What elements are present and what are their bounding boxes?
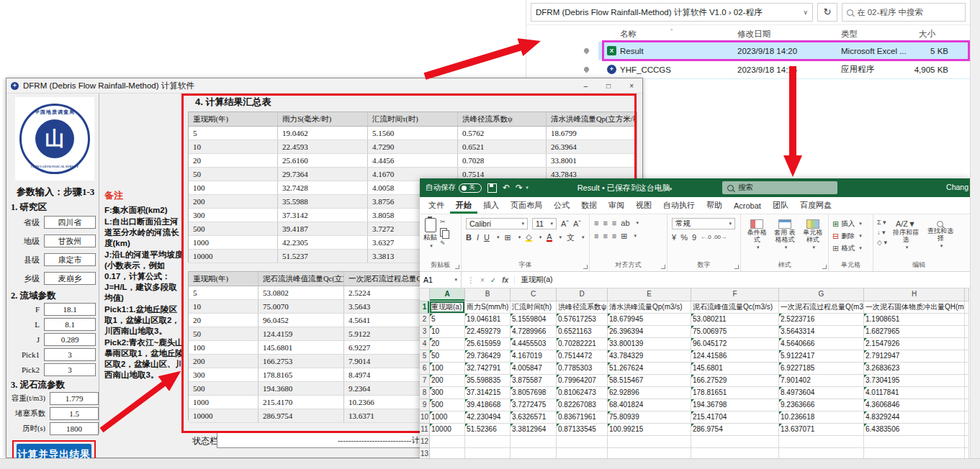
sheet-cell[interactable]: 4.3606846 — [864, 399, 965, 411]
density-field[interactable]: 1.779 — [50, 392, 99, 405]
excel-search-input[interactable]: 搜索 — [722, 181, 837, 194]
ribbon-tab[interactable]: 数据 — [575, 197, 603, 214]
row-header[interactable]: 3 — [420, 326, 430, 338]
sheet-cell[interactable]: 0.7785303 — [557, 363, 608, 375]
conditional-formatting-button[interactable]: 条件格式▾ — [745, 219, 770, 261]
sheet-cell[interactable]: 4.167019 — [511, 350, 557, 363]
sheet-cell[interactable]: 10 — [430, 326, 465, 338]
sheet-cell[interactable]: 10000 — [430, 424, 465, 436]
sheet-cell[interactable]: 75.006975 — [691, 326, 779, 338]
sheet-cell[interactable]: 3.6326571 — [511, 411, 557, 424]
blockage-field[interactable]: 1.5 — [50, 407, 99, 420]
pick2-field[interactable]: 3 — [44, 363, 96, 376]
sheet-cell[interactable]: 4.4455503 — [511, 338, 557, 350]
sheet-cell[interactable]: 3.5643314 — [779, 326, 864, 338]
cell-styles-button[interactable]: 单元格样式▾ — [800, 219, 825, 261]
sheet-cell[interactable]: 0.81062473 — [557, 387, 608, 399]
document-title[interactable]: Result • 已保存到这台电脑 ▾ — [577, 183, 673, 193]
save-icon[interactable] — [487, 183, 497, 193]
decimal-icons[interactable]: ←.0 .00→ — [701, 232, 727, 242]
orientation-icon[interactable]: ab — [621, 218, 629, 228]
ribbon-tab[interactable]: 文件 — [423, 197, 450, 214]
table-row[interactable]: 2025.61604.44560.702833.8001 — [189, 154, 637, 168]
sheet-cell[interactable]: 18.679945 — [608, 314, 691, 326]
sheet-cell[interactable]: 39.418668 — [465, 399, 511, 411]
format-cells-button[interactable]: ⊞格式▾ — [832, 243, 870, 253]
sheet-cell[interactable]: 53.080211 — [691, 314, 779, 326]
sheet-cell[interactable]: 一次泥石固体物质冲出量QH(m3) — [864, 301, 965, 314]
sheet-cell[interactable] — [430, 436, 465, 448]
currency-icon[interactable]: ¥ — [672, 232, 676, 242]
sheet-cell[interactable] — [965, 301, 969, 314]
font-size-select[interactable]: 11▾ — [532, 218, 557, 229]
sheet-cell[interactable]: 3.7304195 — [864, 375, 965, 387]
sheet-cell[interactable]: 4.7289966 — [511, 326, 557, 338]
fill-color-icon[interactable]: ◇ — [526, 233, 531, 242]
align-middle-icon[interactable]: ≡ — [603, 218, 607, 228]
sheet-cell[interactable] — [965, 326, 969, 338]
formula-content[interactable]: 重现期(a) — [515, 275, 552, 285]
row-header[interactable]: 8 — [420, 387, 430, 399]
file-row-app[interactable]: + YHF_CCCGS 2023/9/18 14:14 应用程序 4,905 K… — [598, 60, 971, 79]
sheet-cell[interactable] — [691, 436, 779, 448]
column-header-e[interactable]: E — [608, 288, 691, 301]
number-format-select[interactable]: 常规▾ — [672, 218, 735, 229]
sheet-cell[interactable]: 0.57617253 — [557, 314, 608, 326]
sheet-cell[interactable]: 124.41586 — [691, 350, 779, 363]
file-name[interactable]: Result — [620, 47, 644, 55]
align-right-icon[interactable]: ≡ — [612, 231, 616, 241]
l-field[interactable]: 8.1 — [44, 318, 96, 331]
autosum-icon[interactable]: Σ ▾ — [877, 219, 886, 226]
address-bar[interactable]: DFRM (Debris Flow Rainfall-Method) 计算软件 … — [531, 3, 813, 22]
minimize-button[interactable]: – — [584, 82, 588, 90]
close-button[interactable]: × — [629, 82, 634, 90]
ribbon-tab[interactable]: 审阅 — [603, 197, 630, 214]
sheet-cell[interactable] — [864, 436, 965, 448]
sheet-cell[interactable]: 4.8329244 — [864, 411, 965, 424]
sheet-cell[interactable] — [965, 387, 969, 399]
undo-icon[interactable]: ↶ — [503, 183, 510, 193]
sheet-cell[interactable]: 3.3812964 — [511, 424, 557, 436]
column-header-type[interactable]: 类型 — [841, 29, 858, 40]
align-left-icon[interactable]: ≡ — [594, 231, 598, 241]
autosave-toggle[interactable]: 自动保存 关 — [426, 183, 482, 193]
ribbon-tab[interactable]: 百度网盘 — [794, 197, 837, 214]
find-select-button[interactable]: 查找和选择▾ — [925, 219, 956, 261]
sheet-cell[interactable]: 0.83671961 — [557, 411, 608, 424]
chevron-down-icon[interactable]: ∨ — [803, 9, 808, 16]
percent-icon[interactable]: % — [680, 232, 688, 242]
sheet-cell[interactable]: 4.005847 — [511, 363, 557, 375]
township-field[interactable]: 麦崩乡 — [44, 272, 96, 285]
select-all-corner[interactable] — [420, 288, 430, 301]
ribbon-tab[interactable]: 团队 — [767, 197, 794, 214]
align-bottom-icon[interactable]: ≡ — [612, 218, 616, 228]
sheet-cell[interactable]: 泥石流峰值流量Qc(m3/s) — [691, 301, 779, 314]
sort-filter-button[interactable]: A/Z▼排序和筛选▾ — [890, 219, 922, 261]
sheet-cell[interactable]: 25.615959 — [465, 338, 511, 350]
sheet-cell[interactable]: 22.459279 — [465, 326, 511, 338]
sheet-cell[interactable]: 43.784329 — [608, 350, 691, 363]
table-row[interactable]: 1022.45934.72900.652126.3964 — [189, 140, 637, 154]
sheet-cell[interactable] — [965, 363, 969, 375]
ribbon-tab[interactable]: 开始 — [450, 197, 477, 214]
sheet-cell[interactable]: 42.230494 — [465, 411, 511, 424]
sheet-cell[interactable] — [965, 338, 969, 350]
column-header-f[interactable]: F — [691, 288, 779, 301]
sheet-cell[interactable]: 35.598835 — [465, 375, 511, 387]
align-center-icon[interactable]: ≡ — [603, 231, 607, 241]
sheet-cell[interactable]: 178.81651 — [691, 387, 779, 399]
row-header[interactable]: 6 — [420, 363, 430, 375]
row-header[interactable]: 5 — [420, 350, 430, 363]
sheet-cell[interactable]: 3.8057698 — [511, 387, 557, 399]
sheet-cell[interactable]: 215.41704 — [691, 411, 779, 424]
sheet-cell[interactable]: 2.1547926 — [864, 338, 965, 350]
sheet-cell[interactable]: 5.1559804 — [511, 314, 557, 326]
file-row-result[interactable]: X Result 2023/9/18 14:20 Microsoft Excel… — [598, 42, 971, 60]
delete-cells-button[interactable]: ⊟删除▾ — [832, 231, 870, 241]
ribbon-tab[interactable]: 页面布局 — [505, 197, 548, 214]
prefecture-field[interactable]: 甘孜州 — [44, 234, 96, 247]
cut-icon[interactable]: ✂ — [440, 218, 446, 225]
sheet-cell[interactable]: 1000 — [430, 411, 465, 424]
sheet-cell[interactable]: 7.901402 — [779, 375, 864, 387]
sheet-cell[interactable]: 6.9227185 — [779, 363, 864, 375]
